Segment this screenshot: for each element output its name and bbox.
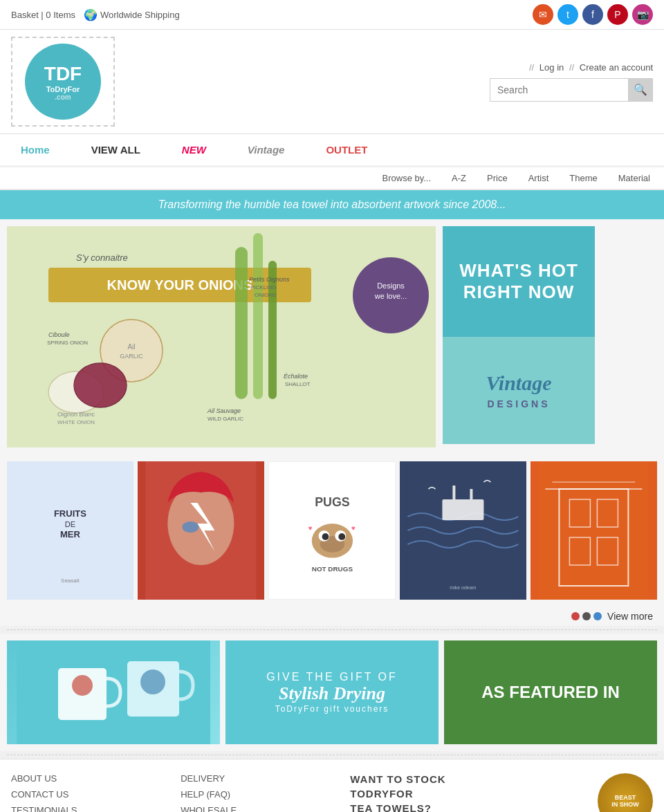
beast-line2: IN SHOW bbox=[611, 801, 639, 808]
carousel-dots bbox=[571, 612, 602, 620]
svg-text:ONIONS: ONIONS bbox=[255, 292, 277, 298]
logo-name: ToDryFor bbox=[46, 85, 80, 93]
subnav-theme[interactable]: Theme bbox=[569, 173, 597, 183]
svg-rect-48 bbox=[470, 489, 473, 501]
gift-voucher-banner[interactable]: GIVE THE GIFT OF Stylish Drying ToDryFor… bbox=[225, 640, 439, 744]
side-banners: WHAT'S HOT RIGHT NOW Vintage DESIGNS bbox=[443, 226, 595, 447]
logo-box: TDF ToDryFor .com bbox=[11, 37, 115, 127]
main-nav: Home VIEW ALL NEW Vintage OUTLET bbox=[0, 134, 664, 167]
svg-text:Ail Sauvage: Ail Sauvage bbox=[207, 407, 241, 414]
svg-text:mike odeam: mike odeam bbox=[450, 585, 477, 590]
wholesale-line2: TODRYFOR bbox=[350, 788, 584, 800]
footer-testimonials[interactable]: TESTIMONIALS bbox=[11, 805, 167, 812]
dot-3[interactable] bbox=[593, 612, 602, 620]
svg-text:NOT DRUGS: NOT DRUGS bbox=[311, 565, 353, 573]
svg-text:SHALLOT: SHALLOT bbox=[285, 381, 311, 387]
svg-text:DE: DE bbox=[65, 520, 75, 528]
svg-point-33 bbox=[182, 522, 199, 533]
top-bar: Basket | 0 Items 🌍 Worldwide Shipping ✉ … bbox=[0, 0, 664, 30]
subnav-price[interactable]: Price bbox=[487, 173, 508, 183]
svg-point-40 bbox=[322, 533, 329, 540]
hero-illustration: KNOW YOUR ONIONS S'y connaitre Ail GARLI… bbox=[7, 226, 436, 447]
subnav-material[interactable]: Material bbox=[618, 173, 650, 183]
voucher-give: GIVE THE GIFT OF bbox=[266, 671, 398, 683]
vintage-banner[interactable]: Vintage DESIGNS bbox=[443, 337, 595, 444]
logo-com: .com bbox=[55, 93, 71, 101]
vintage-subtitle: DESIGNS bbox=[487, 398, 550, 409]
svg-rect-46 bbox=[443, 499, 484, 520]
footer-col-2: DELIVERY HELP (FAQ) WHOLESALE PRIVACY PO… bbox=[181, 773, 336, 812]
product-thumb-3[interactable]: PUGS ♥ ♥ NOT DRUGS bbox=[268, 461, 396, 600]
svg-text:we love...: we love... bbox=[374, 292, 407, 300]
architecture-thumb bbox=[531, 461, 657, 600]
footer-contact[interactable]: CONTACT US bbox=[11, 789, 167, 800]
subnav-az[interactable]: A-Z bbox=[452, 173, 466, 183]
featured-text: AS FEATURED IN bbox=[481, 681, 620, 703]
footer-help-faq[interactable]: HELP (FAQ) bbox=[181, 789, 336, 800]
mugs-banner[interactable] bbox=[7, 640, 220, 744]
beast-badge: BEAST IN SHOW bbox=[598, 773, 653, 812]
login-link[interactable]: Log in bbox=[540, 62, 564, 73]
auth-links: // Log in // Create an account bbox=[526, 62, 653, 73]
svg-text:PICKLING: PICKLING bbox=[250, 284, 276, 290]
footer: ABOUT US CONTACT US TESTIMONIALS GIFT VO… bbox=[0, 759, 664, 812]
svg-text:Échalote: Échalote bbox=[284, 373, 308, 380]
product-thumb-4[interactable]: mike odeam bbox=[400, 461, 526, 600]
header-right: // Log in // Create an account 🔍 bbox=[129, 62, 653, 102]
view-more-link[interactable]: View more bbox=[607, 611, 653, 622]
svg-text:Seasalt: Seasalt bbox=[61, 578, 80, 584]
dot-2[interactable] bbox=[582, 612, 591, 620]
product-thumb-1[interactable]: FRUITS DE MER Seasalt bbox=[7, 461, 133, 600]
svg-text:GARLIC: GARLIC bbox=[120, 353, 143, 360]
bowie-thumb bbox=[138, 461, 264, 600]
svg-text:Petits Oignons: Petits Oignons bbox=[249, 276, 290, 283]
svg-point-13 bbox=[74, 363, 127, 407]
svg-text:Ciboule: Ciboule bbox=[48, 331, 70, 338]
create-account-link[interactable]: Create an account bbox=[580, 62, 653, 73]
svg-rect-58 bbox=[17, 640, 210, 744]
footer-delivery[interactable]: DELIVERY bbox=[181, 773, 336, 784]
facebook-social-button[interactable]: f bbox=[582, 4, 603, 25]
nav-vintage[interactable]: Vintage bbox=[227, 134, 306, 165]
search-button[interactable]: 🔍 bbox=[628, 78, 653, 102]
view-more-bar: View more bbox=[0, 607, 664, 626]
vintage-title: Vintage bbox=[486, 371, 551, 395]
subnav-browse[interactable]: Browse by... bbox=[382, 173, 432, 183]
featured-in-banner[interactable]: AS FEATURED IN bbox=[444, 640, 657, 744]
email-social-button[interactable]: ✉ bbox=[533, 4, 553, 25]
pinterest-social-button[interactable]: P bbox=[607, 4, 628, 25]
voucher-stylish: Stylish Drying bbox=[266, 683, 398, 704]
product-thumb-5[interactable] bbox=[531, 461, 657, 600]
logo-tdf: TDF bbox=[44, 63, 82, 85]
nav-outlet[interactable]: OUTLET bbox=[305, 134, 388, 165]
svg-text:S'y connaitre: S'y connaitre bbox=[76, 252, 128, 263]
logo[interactable]: TDF ToDryFor .com bbox=[25, 44, 101, 120]
hero-image[interactable]: KNOW YOUR ONIONS S'y connaitre Ail GARLI… bbox=[7, 226, 436, 447]
svg-text:Oignon Blanc: Oignon Blanc bbox=[57, 411, 95, 418]
nav-new[interactable]: NEW bbox=[161, 134, 227, 165]
nav-view-all[interactable]: VIEW ALL bbox=[71, 134, 161, 165]
voucher-todryfor: ToDryFor gift vouchers bbox=[266, 704, 398, 714]
beast-line1: BEAST bbox=[615, 794, 636, 801]
footer-wholesale-cta: WANT TO STOCK TODRYFOR TEA TOWELS? GO WH… bbox=[350, 773, 584, 812]
svg-text:♥: ♥ bbox=[351, 524, 356, 532]
svg-text:KNOW YOUR ONIONS: KNOW YOUR ONIONS bbox=[107, 277, 253, 293]
search-input[interactable] bbox=[490, 78, 628, 102]
basket-link[interactable]: Basket | 0 Items bbox=[11, 10, 75, 20]
subnav-artist[interactable]: Artist bbox=[528, 173, 549, 183]
mugs-illustration bbox=[7, 640, 220, 744]
footer-wholesale[interactable]: WHOLESALE bbox=[181, 805, 336, 812]
svg-text:♥: ♥ bbox=[308, 524, 312, 532]
wholesale-line1: WANT TO STOCK bbox=[350, 773, 584, 785]
whats-hot-banner[interactable]: WHAT'S HOT RIGHT NOW bbox=[443, 226, 595, 337]
social-icons: ✉ t f P 📷 bbox=[533, 4, 653, 25]
dot-1[interactable] bbox=[571, 612, 580, 620]
badges: BEAST IN SHOW TRUSTED SHOPS bbox=[598, 773, 653, 812]
twitter-social-button[interactable]: t bbox=[557, 4, 578, 25]
svg-text:SPRING ONION: SPRING ONION bbox=[47, 340, 88, 346]
footer-about[interactable]: ABOUT US bbox=[11, 773, 167, 784]
product-thumb-2[interactable] bbox=[138, 461, 264, 600]
instagram-social-button[interactable]: 📷 bbox=[632, 4, 653, 25]
nav-home[interactable]: Home bbox=[0, 134, 71, 165]
pugs-thumb: PUGS ♥ ♥ NOT DRUGS bbox=[269, 462, 396, 599]
